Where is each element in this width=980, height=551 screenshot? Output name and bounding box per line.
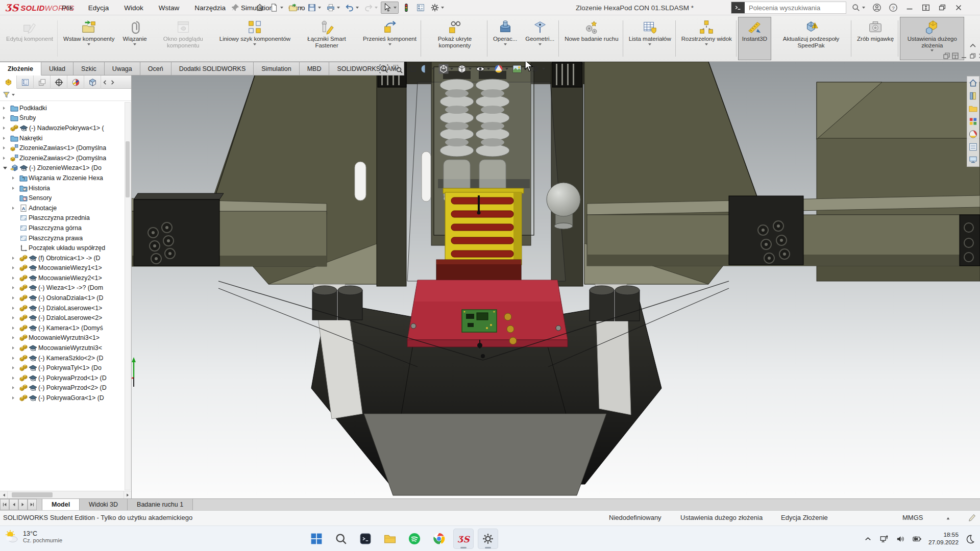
- expand-arrow-icon[interactable]: [12, 356, 18, 361]
- model-right-arm[interactable]: [587, 195, 980, 266]
- settings-button[interactable]: [478, 529, 498, 549]
- tree-item[interactable]: (-) NadwoziePokrywa<1> (: [0, 123, 124, 133]
- dropdown-caret-icon[interactable]: [487, 68, 490, 70]
- save-button[interactable]: [305, 2, 323, 14]
- expand-arrow-icon[interactable]: [12, 306, 18, 311]
- ribbon-collapse-icon[interactable]: [969, 43, 976, 48]
- dropdown-caret-icon[interactable]: [862, 7, 865, 9]
- configurations-tab[interactable]: [34, 76, 51, 89]
- expand-arrow-icon[interactable]: [12, 195, 18, 201]
- dropdown-caret-icon[interactable]: [337, 7, 340, 9]
- tree-item[interactable]: (-) PokrywaTyl<1> (Do: [0, 363, 124, 373]
- command-tab[interactable]: Szkic: [74, 62, 105, 76]
- expand-arrow-icon[interactable]: [3, 106, 9, 111]
- tree-item[interactable]: MocowanieWyrzutni3<1>: [0, 333, 124, 343]
- expand-arrow-icon[interactable]: [12, 176, 18, 181]
- start-button[interactable]: [306, 529, 327, 549]
- expand-arrow-icon[interactable]: [3, 165, 9, 170]
- dropdown-caret-icon[interactable]: [388, 43, 391, 45]
- expand-arrow-icon[interactable]: [12, 256, 18, 261]
- tree-item[interactable]: (-) DzialoLaserowe<1>: [0, 303, 124, 313]
- taskpane-resources-tab[interactable]: [968, 90, 978, 102]
- smart-fastener-button[interactable]: Łączniki Smart Fastener: [295, 17, 359, 60]
- document-tab[interactable]: Model: [42, 499, 80, 510]
- tree-item[interactable]: Nakrętki: [0, 133, 124, 143]
- dropdown-caret-icon[interactable]: [705, 43, 708, 45]
- dropdown-caret-icon[interactable]: [394, 7, 397, 9]
- tree-item[interactable]: Podkładki: [0, 103, 124, 113]
- tree-item[interactable]: ZlozenieZawias<1> (Domyślna: [0, 143, 124, 153]
- tree-item[interactable]: Początek układu współrzęd: [0, 243, 124, 253]
- displaymanager-tab[interactable]: [67, 76, 84, 89]
- command-tab[interactable]: MBD: [300, 62, 330, 76]
- command-tab[interactable]: Układ: [41, 62, 74, 76]
- assembly-features-button[interactable]: Operac...: [489, 17, 521, 60]
- dimxpert-tab[interactable]: [51, 76, 67, 89]
- tree-vertical-scrollbar[interactable]: [125, 102, 131, 490]
- tree-item[interactable]: A Adnotacje: [0, 203, 124, 213]
- next-tab-button[interactable]: [18, 499, 28, 510]
- chrome-button[interactable]: [429, 529, 449, 549]
- battery-icon[interactable]: [912, 534, 922, 544]
- tree-item[interactable]: Płaszczyzna górna: [0, 223, 124, 233]
- dropdown-caret-icon[interactable]: [504, 43, 507, 45]
- doc-restore-button[interactable]: [969, 53, 976, 59]
- dropdown-caret-icon[interactable]: [930, 49, 934, 52]
- menu-item[interactable]: Edycja: [87, 3, 111, 13]
- dropdown-caret-icon[interactable]: [318, 7, 321, 9]
- menu-item[interactable]: Plik: [60, 3, 75, 13]
- tree-item[interactable]: (-) Wieza<1> ->? (Dom: [0, 283, 124, 293]
- print-button[interactable]: [324, 2, 342, 14]
- model-radiator[interactable]: [443, 188, 524, 265]
- tree-item[interactable]: (-) DzialoLaserowe<2>: [0, 313, 124, 323]
- dropdown-caret-icon[interactable]: [450, 68, 453, 70]
- tree-item[interactable]: (-) KameraSzklo<2> (D: [0, 353, 124, 363]
- edit-appearance-button[interactable]: [494, 64, 508, 74]
- speedpak-button[interactable]: Aktualizuj podzespoły SpeedPak: [771, 17, 851, 60]
- dropdown-caret-icon[interactable]: [375, 7, 378, 9]
- units-indicator[interactable]: MMGS: [902, 514, 923, 521]
- motion-study-button[interactable]: Nowe badanie ruchu: [560, 17, 623, 60]
- scroll-right-button[interactable]: [124, 491, 131, 498]
- options-button[interactable]: [428, 2, 446, 14]
- expand-arrow-icon[interactable]: [12, 315, 18, 320]
- expand-arrow-icon[interactable]: [12, 335, 18, 340]
- tree-item[interactable]: (-) OslonaDziala<1> (D: [0, 293, 124, 303]
- close-button[interactable]: [954, 3, 963, 12]
- dropdown-caret-icon[interactable]: [505, 68, 508, 70]
- snapshot-button[interactable]: Zrób migawkę: [853, 17, 898, 60]
- command-tab[interactable]: Złożenie: [0, 62, 41, 76]
- taskpane-properties-tab[interactable]: [968, 141, 978, 153]
- expand-arrow-icon[interactable]: [12, 345, 18, 350]
- hide-show-items-button[interactable]: [475, 64, 490, 74]
- clock-widget[interactable]: 18:55 27.09.2022: [928, 531, 959, 547]
- search-taskbar-button[interactable]: [331, 529, 351, 549]
- instant3d-button[interactable]: Instant3D: [738, 17, 771, 60]
- tree-filter[interactable]: [0, 89, 131, 101]
- taskpane-home-tab[interactable]: [968, 78, 978, 89]
- span-displays-button[interactable]: [921, 3, 930, 12]
- bom-button[interactable]: Lista materiałów: [625, 17, 675, 60]
- expand-arrow-icon[interactable]: [3, 136, 9, 141]
- dropdown-caret-icon[interactable]: [299, 7, 302, 9]
- tree-item[interactable]: Płaszczyzna przednia: [0, 213, 124, 223]
- document-tab[interactable]: Badanie ruchu 1: [128, 499, 193, 510]
- account-button[interactable]: [872, 3, 881, 12]
- tree-item[interactable]: MocowanieWyrzutni3<: [0, 343, 124, 353]
- first-tab-button[interactable]: [0, 499, 9, 510]
- interrupt-button[interactable]: [400, 2, 413, 14]
- tree-item[interactable]: Śruby: [0, 113, 124, 123]
- tree-horizontal-scrollbar[interactable]: [0, 491, 131, 498]
- zoom-fit-button[interactable]: [379, 64, 389, 74]
- volume-icon[interactable]: [896, 534, 905, 544]
- expand-arrow-icon[interactable]: [12, 236, 18, 241]
- doc-close-button[interactable]: [978, 53, 980, 59]
- undo-button[interactable]: [343, 2, 361, 14]
- tree-item[interactable]: (f) Obrotnica<1> -> (D: [0, 253, 124, 263]
- solidworks-button[interactable]: ƷS: [453, 529, 474, 549]
- zoom-area-button[interactable]: [393, 64, 403, 74]
- move-component-button[interactable]: Przenieś komponent: [359, 17, 421, 60]
- menu-item[interactable]: Widok: [122, 3, 145, 13]
- tree-item[interactable]: Wiązania w Zlozenie Hexa: [0, 173, 124, 183]
- expand-arrow-icon[interactable]: [3, 156, 9, 161]
